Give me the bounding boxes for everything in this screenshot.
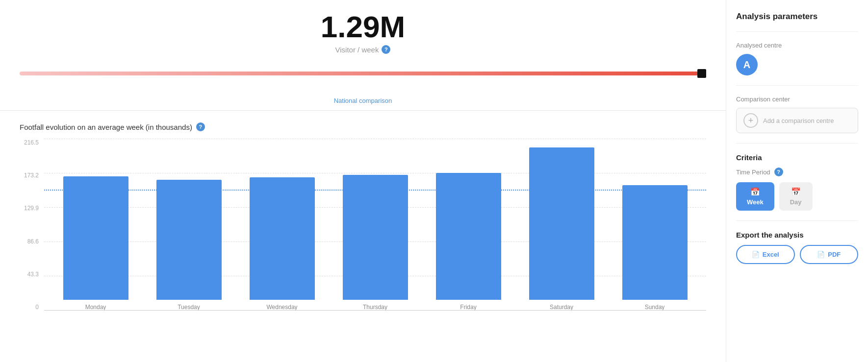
time-period-help-icon[interactable]: ? [774, 168, 783, 176]
bar-group: Wednesday [235, 139, 329, 311]
sidebar: Analysis parameters Analysed centre A Co… [726, 0, 868, 362]
bar-day-label: Thursday [363, 304, 387, 311]
bar[interactable] [343, 175, 408, 300]
criteria-title: Criteria [736, 153, 858, 162]
y-axis-label: 129.9 [24, 205, 39, 212]
chart-section: Footfall evolution on an average week (i… [0, 111, 726, 362]
bar-day-label: Monday [85, 304, 106, 311]
chart-plot: MondayTuesdayWednesdayThursdayFridaySatu… [44, 139, 706, 311]
bar-day-label: Friday [460, 304, 476, 311]
bar-group: Thursday [329, 139, 422, 311]
comparison-bar-wrapper [20, 63, 706, 92]
divider-1 [736, 31, 858, 32]
comparison-bar-track [20, 72, 706, 75]
export-buttons: 📄 Excel 📄 PDF [736, 245, 858, 264]
y-axis-label: 216.5 [24, 139, 39, 146]
bar-group: Saturday [515, 139, 608, 311]
average-dotted-line [44, 190, 706, 191]
analysed-centre-label: Analysed centre [736, 42, 858, 49]
bar-group: Monday [49, 139, 142, 311]
bar[interactable] [63, 176, 128, 300]
x-axis-line [44, 310, 706, 311]
chart-title: Footfall evolution on an average week (i… [20, 122, 706, 131]
bar-day-label: Wednesday [266, 304, 297, 311]
bar-day-label: Tuesday [178, 304, 200, 311]
bar[interactable] [156, 180, 222, 300]
bar-group: Tuesday [142, 139, 235, 311]
chart-help-icon[interactable]: ? [196, 122, 205, 131]
bar[interactable] [622, 185, 688, 300]
bar[interactable] [529, 147, 594, 300]
add-icon: + [743, 113, 758, 128]
bars-container: MondayTuesdayWednesdayThursdayFridaySatu… [44, 139, 706, 311]
pdf-icon: 📄 [817, 251, 825, 258]
add-comparison-placeholder: Add a comparison centre [763, 117, 834, 124]
bar-group: Sunday [608, 139, 701, 311]
divider-3 [736, 143, 858, 144]
add-comparison-button[interactable]: + Add a comparison centre [736, 108, 858, 133]
bar[interactable] [250, 177, 315, 300]
day-period-button[interactable]: 📅 Day [779, 182, 813, 211]
top-section: 1.29M Visitor / week ? National comparis… [0, 0, 726, 104]
week-icon: 📅 [750, 187, 760, 196]
divider-4 [736, 220, 858, 221]
export-section: Export the analysis 📄 Excel 📄 PDF [736, 231, 858, 264]
excel-icon: 📄 [752, 251, 760, 258]
criteria-section: Criteria Time Period ? 📅 Week 📅 Day [736, 153, 858, 211]
big-number: 1.29M [321, 12, 405, 42]
sidebar-title: Analysis parameters [736, 12, 858, 22]
comparison-centre-label: Comparison center [736, 96, 858, 103]
analysed-centre-section: Analysed centre A [736, 42, 858, 75]
bar-day-label: Saturday [550, 304, 573, 311]
period-buttons: 📅 Week 📅 Day [736, 182, 858, 211]
time-period-label: Time Period [736, 169, 770, 176]
visitor-label: Visitor / week ? [335, 45, 391, 54]
bar[interactable] [436, 173, 501, 300]
main-content: 1.29M Visitor / week ? National comparis… [0, 0, 726, 362]
y-axis-labels: 216.5173.2129.986.643.30 [20, 139, 42, 311]
visitor-help-icon[interactable]: ? [382, 45, 390, 54]
day-icon: 📅 [791, 187, 801, 196]
bar-group: Friday [422, 139, 515, 311]
pdf-export-button[interactable]: 📄 PDF [800, 245, 859, 264]
bar-day-label: Sunday [645, 304, 665, 311]
y-axis-label: 173.2 [24, 172, 39, 179]
comparison-bar-marker [697, 69, 706, 78]
excel-export-button[interactable]: 📄 Excel [736, 245, 795, 264]
time-period-row: Time Period ? [736, 168, 858, 176]
chart-area: 216.5173.2129.986.643.30 MondayTuesdayWe… [20, 139, 706, 325]
y-axis-label: 86.6 [27, 238, 39, 245]
centre-avatar: A [736, 54, 758, 75]
export-title: Export the analysis [736, 231, 858, 239]
divider-2 [736, 85, 858, 86]
y-axis-label: 43.3 [27, 271, 39, 278]
y-axis-label: 0 [35, 304, 39, 311]
week-period-button[interactable]: 📅 Week [736, 182, 774, 211]
national-comparison-label: National comparison [334, 97, 392, 104]
comparison-centre-section: Comparison center + Add a comparison cen… [736, 96, 858, 133]
